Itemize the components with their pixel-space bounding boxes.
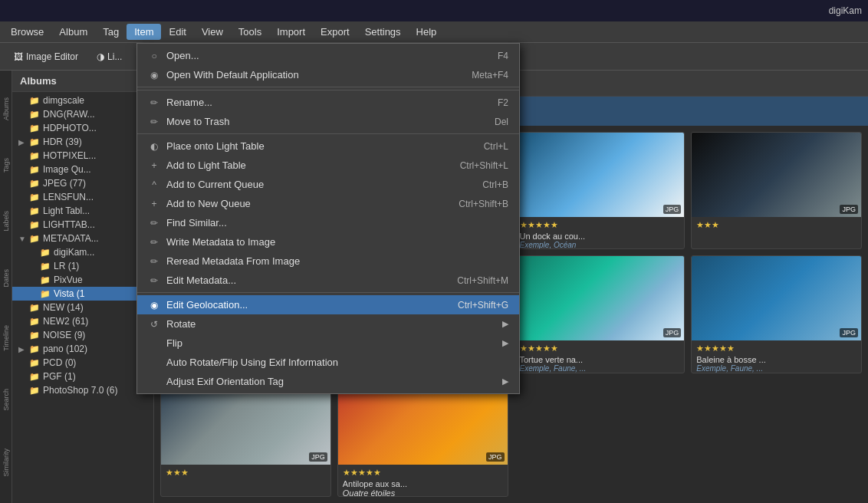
photo-card[interactable]: JPG★★★ bbox=[160, 380, 331, 497]
photo-card[interactable]: JPG★★★★★Tortue verte na...Exemple, Faune… bbox=[515, 255, 686, 373]
album-item-dng_raw[interactable]: 📁DNG(RAW... bbox=[12, 107, 153, 121]
album-item-pano[interactable]: ▶📁pano (102) bbox=[12, 342, 153, 356]
album-item-hdphoto[interactable]: 📁HDPHOTO... bbox=[12, 121, 153, 135]
menu-item-add_new_queue[interactable]: +Add to New QueueCtrl+Shift+B bbox=[137, 194, 519, 213]
side-label-similarity[interactable]: Similarity bbox=[1, 445, 12, 480]
menu-item-reread_metadata[interactable]: ✏Reread Metadata From Image bbox=[137, 252, 519, 271]
menu-item-label: Add to Current Queue bbox=[166, 179, 476, 190]
menu-item-open_with[interactable]: ◉Open With Default ApplicationMeta+F4 bbox=[137, 65, 519, 84]
album-item-digikam[interactable]: 📁digiKam... bbox=[12, 245, 153, 259]
album-label: Light Tabl... bbox=[43, 205, 90, 216]
album-item-photoshop[interactable]: 📁PhotoShop 7.0 (6) bbox=[12, 383, 153, 397]
menu-item-icon: ^ bbox=[148, 179, 160, 190]
menu-item-add_light[interactable]: +Add to Light TableCtrl+Shift+L bbox=[137, 156, 519, 175]
side-labels-panel: Albums Tags Labels Dates Timeline Search… bbox=[0, 71, 12, 503]
folder-icon: 📁 bbox=[29, 358, 40, 368]
album-item-metadata[interactable]: ▼📁METADATA... bbox=[12, 232, 153, 245]
folder-icon: 📁 bbox=[29, 110, 40, 120]
photo-card[interactable]: JPG★★★★★Baleine à bosse ...Exemple, Faun… bbox=[691, 255, 862, 373]
menu-item-rename[interactable]: ✏Rename...F2 bbox=[137, 93, 519, 112]
menu-item-place_light[interactable]: ◐Place onto Light TableCtrl+L bbox=[137, 136, 519, 156]
menu-album[interactable]: Album bbox=[51, 24, 95, 40]
image-editor-button[interactable]: 🖼 Image Editor bbox=[6, 49, 86, 64]
album-item-pcd[interactable]: 📁PCD (0) bbox=[12, 356, 153, 370]
menu-item-icon: ◉ bbox=[148, 300, 160, 311]
album-item-image_qu[interactable]: 📁Image Qu... bbox=[12, 163, 153, 176]
album-item-pixvue[interactable]: 📁PixVue bbox=[12, 273, 153, 287]
photo-subtitle: Quatre étoiles bbox=[343, 488, 503, 497]
menu-import[interactable]: Import bbox=[269, 24, 313, 40]
side-label-tags[interactable]: Tags bbox=[1, 155, 12, 176]
image-editor-label: Image Editor bbox=[26, 51, 78, 62]
album-item-light_table[interactable]: 📁Light Tabl... bbox=[12, 204, 153, 218]
side-label-labels[interactable]: Labels bbox=[1, 208, 12, 235]
photo-card[interactable]: JPG★★★ bbox=[691, 132, 862, 249]
menu-tag[interactable]: Tag bbox=[95, 24, 127, 40]
menu-item-rotate[interactable]: ↺Rotate▶ bbox=[137, 314, 519, 334]
side-label-search[interactable]: Search bbox=[1, 386, 12, 414]
menu-item-trash[interactable]: ✏Move to TrashDel bbox=[137, 112, 519, 131]
album-label: HOTPIXEL... bbox=[43, 150, 96, 161]
menu-item-adjust_exif[interactable]: Adjust Exif Orientation Tag▶ bbox=[137, 372, 519, 391]
menu-item-auto_rotate[interactable]: Auto Rotate/Flip Using Exif Information bbox=[137, 353, 519, 372]
menu-item-icon: ↺ bbox=[148, 319, 160, 330]
album-label: PixVue bbox=[54, 275, 83, 285]
album-item-lr[interactable]: 📁LR (1) bbox=[12, 259, 153, 273]
album-item-noise[interactable]: 📁NOISE (9) bbox=[12, 328, 153, 342]
menu-item-label: Edit Geolocation... bbox=[166, 299, 452, 311]
album-item-vista[interactable]: 📁Vista (1 bbox=[12, 287, 153, 301]
side-label-albums[interactable]: Albums bbox=[1, 94, 12, 123]
light-table-button[interactable]: ◑ Li... bbox=[89, 49, 130, 64]
menu-item-open[interactable]: ○Open...F4 bbox=[137, 46, 519, 65]
folder-icon: 📁 bbox=[29, 386, 40, 396]
menu-item-edit_metadata[interactable]: ✏Edit Metadata...Ctrl+Shift+M bbox=[137, 271, 519, 290]
albums-list: 📁dimgscale 📁DNG(RAW... 📁HDPHOTO...▶📁HDR … bbox=[12, 92, 153, 503]
menu-item-label: Open... bbox=[166, 50, 492, 61]
albums-header: Albums bbox=[12, 71, 153, 92]
menu-item-find_similar[interactable]: ✏Find Similar... bbox=[137, 213, 519, 232]
menu-tools[interactable]: Tools bbox=[231, 24, 269, 40]
photo-card[interactable]: JPG★★★★★Un dock au cou...Exemple, Océan bbox=[515, 132, 686, 249]
album-item-lighttab[interactable]: 📁LIGHTTAB... bbox=[12, 218, 153, 232]
album-item-hotpixels[interactable]: 📁HOTPIXEL... bbox=[12, 149, 153, 163]
photo-thumbnail: JPG bbox=[692, 256, 861, 340]
menu-settings[interactable]: Settings bbox=[357, 24, 409, 40]
menu-item-flip[interactable]: Flip▶ bbox=[137, 334, 519, 353]
album-label: LR (1) bbox=[54, 261, 79, 271]
menu-item-label: Find Similar... bbox=[166, 217, 508, 228]
album-label: NEW2 (61) bbox=[43, 316, 88, 327]
album-item-new2[interactable]: 📁NEW2 (61) bbox=[12, 314, 153, 328]
album-label: PhotoShop 7.0 (6) bbox=[43, 385, 117, 396]
side-label-dates[interactable]: Dates bbox=[1, 266, 12, 291]
format-badge: JPG bbox=[309, 452, 327, 462]
album-item-new[interactable]: 📁NEW (14) bbox=[12, 301, 153, 314]
album-item-jpeg[interactable]: 📁JPEG (77) bbox=[12, 176, 153, 190]
menu-item-add_queue[interactable]: ^Add to Current QueueCtrl+B bbox=[137, 175, 519, 194]
album-label: PGF (1) bbox=[43, 371, 76, 382]
menu-item-icon: ✏ bbox=[148, 97, 160, 108]
menu-shortcut: Del bbox=[495, 117, 508, 127]
album-item-lensfun[interactable]: 📁LENSFUN... bbox=[12, 190, 153, 204]
album-item-dimgscale[interactable]: 📁dimgscale bbox=[12, 94, 153, 107]
photo-stars: ★★★★★ bbox=[520, 344, 680, 353]
side-label-timeline[interactable]: Timeline bbox=[1, 322, 12, 354]
photo-card[interactable]: JPG★★★★★Antilope aux sa...Quatre étoiles… bbox=[337, 380, 508, 497]
photo-info: ★★★ bbox=[692, 217, 861, 235]
menu-shortcut: Ctrl+Shift+B bbox=[459, 199, 508, 209]
menu-separator bbox=[137, 133, 519, 134]
album-item-pgf[interactable]: 📁PGF (1) bbox=[12, 370, 153, 383]
menu-edit[interactable]: Edit bbox=[161, 24, 193, 40]
menu-view[interactable]: View bbox=[194, 24, 231, 40]
menu-export[interactable]: Export bbox=[313, 24, 357, 40]
menu-item-edit_geolocation[interactable]: ◉Edit Geolocation...Ctrl+Shift+G bbox=[137, 295, 519, 314]
menu-help[interactable]: Help bbox=[409, 24, 445, 40]
menu-item-icon: ✏ bbox=[148, 275, 160, 286]
menu-item-write_metadata[interactable]: ✏Write Metadata to Image bbox=[137, 232, 519, 252]
folder-icon: 📁 bbox=[29, 206, 40, 216]
menu-shortcut: Ctrl+Shift+L bbox=[460, 160, 508, 171]
menu-item-label: Add to New Queue bbox=[166, 198, 452, 209]
album-item-hdr[interactable]: ▶📁HDR (39) bbox=[12, 135, 153, 149]
menu-item[interactable]: Item bbox=[127, 24, 161, 40]
menu-browse[interactable]: Browse bbox=[3, 24, 51, 40]
photo-title: Antilope aux sa... bbox=[343, 479, 503, 488]
